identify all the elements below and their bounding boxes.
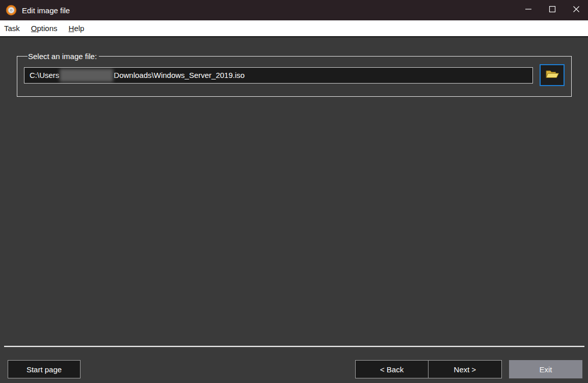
menu-help[interactable]: Help [69,20,85,36]
exit-label: Exit [539,365,552,374]
back-label: < Back [380,365,404,374]
exit-button[interactable]: Exit [509,360,582,378]
start-page-button[interactable]: Start page [8,360,81,378]
file-path-prefix: C:\Users [30,71,59,79]
menu-options-label: Options [31,24,58,33]
minimize-icon [525,6,532,15]
menu-task-label: Task [4,24,20,33]
menubar: Task Options Help [0,20,588,37]
image-file-groupbox: Select an image file: C:\Users Downloads… [17,52,572,97]
groupbox-label: Select an image file: [28,52,99,61]
close-icon [573,6,580,15]
next-button[interactable]: Next > [428,360,502,378]
start-page-label: Start page [26,365,62,374]
redacted-username [60,69,113,82]
next-label: Next > [454,365,476,374]
file-path-row: C:\Users Downloads\Windows_Server_2019.i… [24,64,565,86]
file-path-suffix: Downloads\Windows_Server_2019.iso [114,71,245,79]
window-controls [516,0,588,20]
browse-button[interactable] [540,64,565,86]
menu-options[interactable]: Options [31,20,58,36]
maximize-icon [549,6,556,15]
window-title: Edit image file [22,6,70,15]
titlebar: Edit image file [0,0,588,20]
close-button[interactable] [564,0,588,20]
maximize-button[interactable] [540,0,564,20]
footer-separator [4,346,584,347]
disc-icon [6,5,17,16]
minimize-button[interactable] [516,0,540,20]
back-button[interactable]: < Back [355,360,429,378]
menu-task[interactable]: Task [4,20,20,36]
menu-help-label: Help [69,24,85,33]
file-path-field[interactable]: C:\Users Downloads\Windows_Server_2019.i… [24,67,533,84]
open-folder-icon [545,69,559,82]
